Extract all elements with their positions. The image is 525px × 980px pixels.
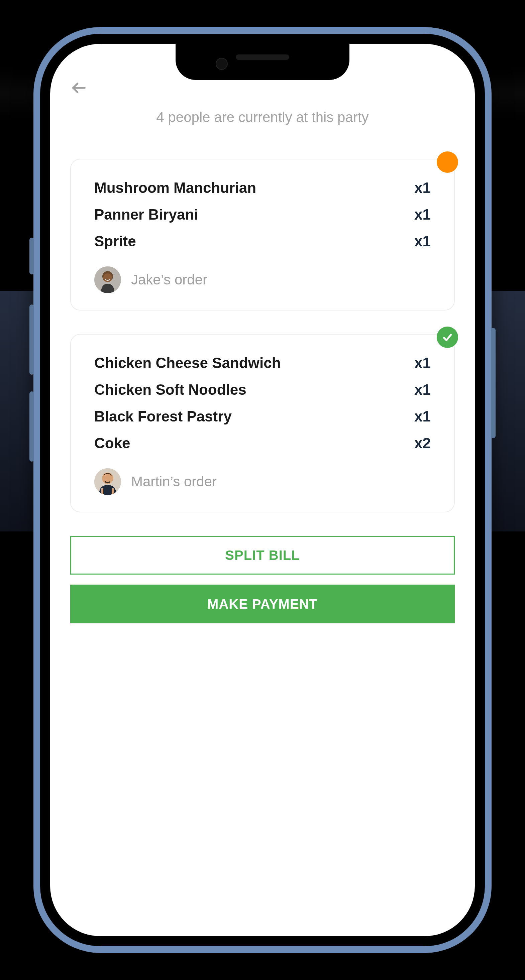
order-owner: Martin’s order — [94, 468, 431, 495]
order-item-qty: x1 — [414, 355, 431, 371]
phone-frame: 4 people are currently at this party Mus… — [34, 27, 491, 953]
phone-side-button — [29, 238, 34, 274]
phone-volume-down — [29, 391, 34, 461]
phone-notch — [176, 43, 349, 80]
order-item-qty: x1 — [414, 180, 431, 196]
order-item-row: Coke x2 — [94, 435, 431, 452]
status-dot-pending — [437, 151, 458, 173]
svg-point-3 — [103, 274, 112, 282]
order-item-name: Sprite — [94, 233, 136, 250]
order-card: Mushroom Manchurian x1 Panner Biryani x1… — [70, 159, 455, 310]
back-button[interactable] — [70, 79, 90, 99]
order-item-row: Panner Biryani x1 — [94, 206, 431, 223]
order-item-name: Black Forest Pastry — [94, 408, 232, 425]
order-item-qty: x1 — [414, 233, 431, 250]
order-item-qty: x1 — [414, 381, 431, 398]
phone-bezel: 4 people are currently at this party Mus… — [40, 34, 485, 946]
avatar — [94, 468, 121, 495]
order-item-qty: x2 — [414, 435, 431, 452]
order-item-qty: x1 — [414, 206, 431, 223]
app-screen: 4 people are currently at this party Mus… — [50, 44, 475, 936]
order-item-name: Chicken Soft Noodles — [94, 381, 246, 398]
phone-power-button — [491, 328, 496, 438]
phone-speaker — [236, 54, 289, 60]
party-subtitle: 4 people are currently at this party — [70, 109, 455, 125]
order-item-name: Coke — [94, 435, 131, 452]
order-owner-label: Jake’s order — [131, 272, 207, 288]
phone-camera — [216, 58, 228, 70]
order-item-name: Panner Biryani — [94, 206, 198, 223]
order-item-qty: x1 — [414, 408, 431, 425]
order-item-row: Sprite x1 — [94, 233, 431, 250]
make-payment-button[interactable]: MAKE PAYMENT — [70, 585, 455, 624]
order-item-name: Mushroom Manchurian — [94, 180, 256, 196]
check-icon — [441, 331, 453, 343]
order-card: Chicken Cheese Sandwich x1 Chicken Soft … — [70, 334, 455, 512]
arrow-left-icon — [70, 79, 88, 97]
order-item-row: Mushroom Manchurian x1 — [94, 180, 431, 196]
order-item-row: Chicken Cheese Sandwich x1 — [94, 355, 431, 371]
order-item-row: Black Forest Pastry x1 — [94, 408, 431, 425]
avatar — [94, 266, 121, 293]
status-dot-done — [437, 326, 458, 348]
order-item-row: Chicken Soft Noodles x1 — [94, 381, 431, 398]
order-owner: Jake’s order — [94, 266, 431, 293]
order-owner-label: Martin’s order — [131, 474, 217, 490]
order-item-name: Chicken Cheese Sandwich — [94, 355, 281, 371]
phone-volume-up — [29, 304, 34, 375]
split-bill-button[interactable]: SPLIT BILL — [70, 536, 455, 574]
